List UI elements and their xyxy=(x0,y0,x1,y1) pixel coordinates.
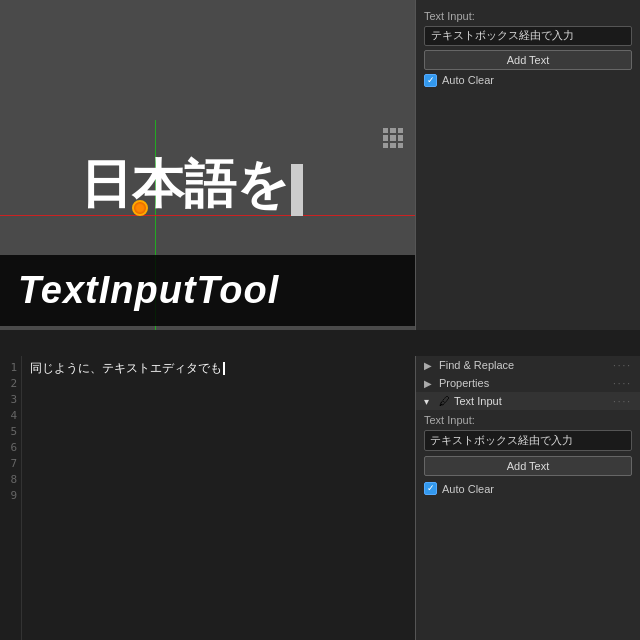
bottom-text-input-field[interactable] xyxy=(424,430,632,451)
line-num-1: 1 xyxy=(0,360,17,376)
text-input-section-header[interactable]: ▾ 🖊 Text Input ···· xyxy=(416,392,640,410)
top-auto-clear-row: ✓ Auto Clear xyxy=(424,74,632,87)
top-add-text-btn[interactable]: Add Text xyxy=(424,50,632,70)
text-input-section-icon: 🖊 xyxy=(439,395,450,407)
editor-cursor xyxy=(223,362,225,375)
grid-icon xyxy=(383,128,403,148)
properties-row[interactable]: ▶ Properties ···· xyxy=(416,374,640,392)
line-num-5: 5 xyxy=(0,424,17,440)
text-input-arrow-down: ▾ xyxy=(424,396,434,407)
line-numbers: 1 2 3 4 5 6 7 8 9 xyxy=(0,356,22,640)
top-text-input-section: Text Input: Add Text ✓ Auto Clear xyxy=(416,0,640,91)
properties-arrow: ▶ xyxy=(424,378,434,389)
line-num-3: 3 xyxy=(0,392,17,408)
line-num-9: 9 xyxy=(0,488,17,504)
bottom-add-text-btn[interactable]: Add Text xyxy=(424,456,632,476)
right-panel-bottom: ▶ Find & Replace ···· ▶ Properties ···· … xyxy=(415,356,640,640)
bottom-auto-clear-row: ✓ Auto Clear xyxy=(416,479,640,498)
bottom-check-icon: ✓ xyxy=(427,484,435,493)
line-num-6: 6 xyxy=(0,440,17,456)
text-input-section-label: Text Input xyxy=(454,395,502,407)
bottom-auto-clear-label: Auto Clear xyxy=(442,483,494,495)
bottom-auto-clear-checkbox[interactable]: ✓ xyxy=(424,482,437,495)
find-replace-row[interactable]: ▶ Find & Replace ···· xyxy=(416,356,640,374)
right-panel-top: Text Input: Add Text ✓ Auto Clear xyxy=(415,0,640,330)
line-num-8: 8 xyxy=(0,472,17,488)
properties-label: Properties xyxy=(439,377,489,389)
viewport-top: 日本語を Text Input: Add Text ✓ Auto Clear T… xyxy=(0,0,640,330)
top-text-input-label: Text Input: xyxy=(424,10,632,22)
find-replace-arrow: ▶ xyxy=(424,360,434,371)
overlay-container: TextInputTool xyxy=(0,255,415,326)
viewport-japanese-text: 日本語を xyxy=(80,150,303,220)
overlay-title: TextInputTool xyxy=(18,269,397,312)
find-replace-dots: ···· xyxy=(613,360,632,371)
bottom-text-input-label: Text Input: xyxy=(416,410,640,428)
line-num-7: 7 xyxy=(0,456,17,472)
check-icon: ✓ xyxy=(427,76,435,85)
line-num-4: 4 xyxy=(0,408,17,424)
editor-line-9-text: 同じように、テキストエディタでも xyxy=(30,361,222,375)
top-text-input-field[interactable] xyxy=(424,26,632,46)
top-auto-clear-label: Auto Clear xyxy=(442,74,494,86)
text-input-section-dots: ···· xyxy=(613,396,632,407)
find-replace-label: Find & Replace xyxy=(439,359,514,371)
top-auto-clear-checkbox[interactable]: ✓ xyxy=(424,74,437,87)
properties-dots: ···· xyxy=(613,378,632,389)
line-num-2: 2 xyxy=(0,376,17,392)
